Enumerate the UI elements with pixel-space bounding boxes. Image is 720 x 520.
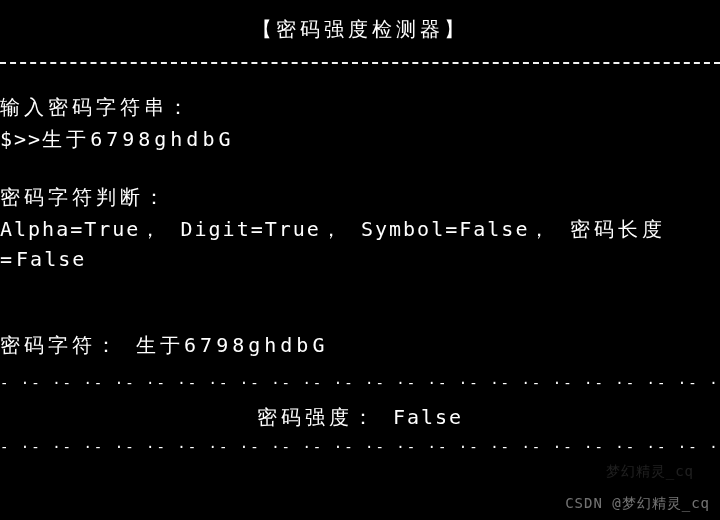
echo-label: 密码字符： xyxy=(0,333,120,357)
divider-dot-2: - ·- ·- ·- ·- ·- ·- ·- ·- ·- ·- ·- ·- ·-… xyxy=(0,440,720,454)
alpha-value: True xyxy=(84,217,140,241)
watermark-faint: 梦幻精灵_cq xyxy=(606,461,694,482)
prompt-symbol: $>> xyxy=(0,127,42,151)
sep: ， xyxy=(321,217,345,241)
judge-results: Alpha=True， Digit=True， Symbol=False， 密码… xyxy=(0,214,720,274)
sep: ， xyxy=(529,217,553,241)
input-line: $>>生于6798ghdbG xyxy=(0,124,720,154)
length-value: False xyxy=(16,247,86,271)
page-title: 【密码强度检测器】 xyxy=(0,0,720,44)
echo-value: 生于6798ghdbG xyxy=(136,333,328,357)
divider-dot-1: - ·- ·- ·- ·- ·- ·- ·- ·- ·- ·- ·- ·- ·-… xyxy=(0,376,720,390)
judge-label: 密码字符判断： xyxy=(0,182,720,212)
watermark-main: CSDN @梦幻精灵_cq xyxy=(565,493,710,514)
input-value: 生于6798ghdbG xyxy=(42,127,234,151)
symbol-value: False xyxy=(459,217,529,241)
sep: ， xyxy=(140,217,164,241)
echo-section: 密码字符： 生于6798ghdbG xyxy=(0,330,720,360)
judge-section: 密码字符判断： Alpha=True， Digit=True， Symbol=F… xyxy=(0,182,720,274)
input-label: 输入密码字符串： xyxy=(0,92,720,122)
digit-value: True xyxy=(265,217,321,241)
strength-section: 密码强度： False xyxy=(0,402,720,432)
symbol-key: Symbol= xyxy=(361,217,459,241)
input-section: 输入密码字符串： $>>生于6798ghdbG xyxy=(0,92,720,154)
divider-top xyxy=(0,62,720,64)
alpha-key: Alpha= xyxy=(0,217,84,241)
strength-value: False xyxy=(393,405,463,429)
strength-label: 密码强度： xyxy=(257,405,377,429)
digit-key: Digit= xyxy=(180,217,264,241)
